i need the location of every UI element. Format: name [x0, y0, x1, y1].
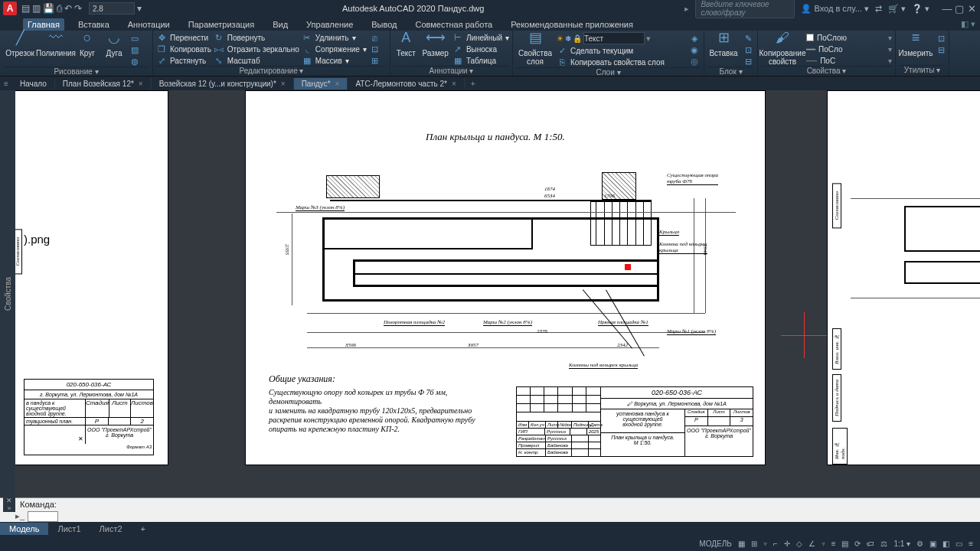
copy-button[interactable]: ❐Копировать [156, 44, 211, 54]
clean-icon[interactable]: ▭ [953, 540, 965, 548]
help-icon[interactable]: ❔ ▾ [912, 4, 929, 14]
modify-icon[interactable]: ⎚ [369, 34, 381, 43]
stretch-button[interactable]: ⤢Растянуть [156, 55, 211, 66]
panel-title-utils[interactable]: Утилиты ▾ [899, 65, 946, 76]
layer-icon[interactable]: ◎ [688, 57, 701, 67]
block-icon[interactable]: ⊟ [742, 57, 754, 67]
scale-icon[interactable]: ⚖ [878, 540, 890, 548]
gear-icon[interactable]: ⚙ [914, 540, 926, 548]
lwt-icon[interactable]: ≡ [829, 540, 838, 548]
anno-scale-select[interactable] [89, 2, 135, 15]
new-file-tab[interactable]: + [465, 80, 482, 88]
command-line[interactable]: ✕» Команда: ▸_ [0, 497, 980, 522]
properties-panel-collapsed[interactable]: Свойства [0, 90, 15, 497]
app-store-icon[interactable]: 🛒 ▾ [888, 4, 906, 14]
transp-icon[interactable]: ▤ [839, 540, 851, 548]
file-tab[interactable]: Возейская 12 (у...и конструкции)*× [152, 78, 294, 90]
close-tab-icon[interactable]: × [452, 80, 456, 88]
panel-title-block[interactable]: Блок ▾ [707, 67, 754, 77]
table-button[interactable]: ▦Таблица [452, 55, 509, 66]
saveas-icon[interactable]: ⎙ [57, 3, 62, 14]
command-input[interactable] [28, 511, 58, 522]
login-button[interactable]: 👤 Вход в слу... ▾ [801, 4, 868, 14]
mirror-button[interactable]: ▹◃Отразить зеркально [214, 44, 299, 54]
util-icon[interactable]: ⊡ [935, 34, 947, 44]
app-menu-button[interactable]: A [3, 2, 17, 15]
file-tab[interactable]: Начало [12, 78, 55, 90]
rotate-button[interactable]: ↻Повернуть [214, 32, 299, 43]
track-icon[interactable]: ∠ [806, 540, 818, 548]
array-button[interactable]: ▦Массив ▾ [302, 55, 367, 66]
leader-button[interactable]: ↗Выноска [452, 44, 509, 54]
tab-manage[interactable]: Управление [302, 18, 358, 31]
tab-featured[interactable]: Рекомендованные приложения [506, 18, 638, 31]
close-window-icon[interactable]: ✕ [966, 3, 977, 15]
panel-title-anno[interactable]: Аннотации ▾ [394, 66, 509, 76]
hatch-icon[interactable]: ▨ [129, 45, 141, 55]
insert-block-button[interactable]: ⊞Вставка [707, 32, 740, 57]
save-icon[interactable]: 💾 [43, 3, 54, 14]
new-icon[interactable]: ▤ [21, 3, 30, 14]
layerprops-button[interactable]: ▤Свойства слоя [516, 32, 554, 66]
close-tab-icon[interactable]: × [139, 80, 143, 88]
text-button[interactable]: AТекст [394, 32, 419, 57]
tab-collab[interactable]: Совместная работа [411, 18, 498, 31]
layout-tab[interactable]: Лист2 [90, 523, 132, 535]
util-icon[interactable]: ⊟ [935, 45, 947, 55]
snap-icon[interactable]: ⊞ [749, 540, 760, 548]
layer-icon[interactable]: ◈ [688, 34, 701, 44]
panel-title-layers[interactable]: Слои ▾ [516, 67, 701, 77]
tab-insert[interactable]: Вставка [74, 18, 114, 31]
tab-annotate[interactable]: Аннотации [123, 18, 175, 31]
close-tab-icon[interactable]: × [281, 80, 286, 88]
minimize-icon[interactable]: — [942, 3, 952, 15]
polar-icon[interactable]: ✛ [782, 540, 792, 548]
customize-icon[interactable]: ≡ [966, 540, 975, 548]
file-tab[interactable]: Пандус*× [294, 78, 348, 90]
move-button[interactable]: ✥Перенести [156, 32, 211, 43]
iso-icon[interactable]: ◧ [940, 540, 952, 548]
color-select[interactable]: ПоСлою ▾ [806, 32, 892, 43]
open-icon[interactable]: ▥ [32, 3, 41, 14]
model-tab[interactable]: Модель [0, 523, 48, 535]
redo-icon[interactable]: ↷ [74, 3, 82, 14]
extend-button[interactable]: ✂Удлинить ▾ [302, 32, 367, 43]
tab-parametric[interactable]: Параметризация [184, 18, 259, 31]
search-input[interactable]: Введите ключевое слово/фразу [695, 0, 795, 18]
fillet-button[interactable]: ◟Сопряжение ▾ [302, 44, 367, 54]
block-icon[interactable]: ⊡ [742, 45, 754, 55]
measure-button[interactable]: ≡Измерить [899, 32, 933, 57]
add-layout-tab[interactable]: + [132, 523, 155, 535]
ribbon-extra-icon[interactable]: ◧ [961, 19, 969, 29]
modify-icon[interactable]: ⊡ [369, 44, 381, 54]
maximize-icon[interactable]: ▢ [954, 3, 965, 15]
osnap-icon[interactable]: ◇ [794, 540, 805, 548]
file-tab[interactable]: АТС-Лермонтово часть 2*× [348, 78, 464, 90]
close-tab-icon[interactable]: × [335, 80, 340, 88]
line-button[interactable]: ╱Отрезок [3, 32, 37, 57]
grid-icon[interactable]: ▦ [736, 540, 747, 548]
cmdline-close-icon[interactable]: ✕» [3, 497, 15, 512]
file-tab[interactable]: План Возейская 12*× [55, 78, 152, 90]
copy-layerprops-button[interactable]: ⎘Копировать свойства слоя [557, 57, 686, 67]
rect-icon[interactable]: ▭ [129, 34, 141, 44]
cycle-icon[interactable]: ⟳ [852, 540, 863, 548]
drawing-canvas[interactable]: [-][Сверху][2D-каркас] — ▢ ✕ ).png 020-6… [15, 90, 980, 497]
tab-home[interactable]: Главная [23, 18, 64, 31]
circle-button[interactable]: ○Круг [75, 32, 100, 57]
scale-ratio[interactable]: 1:1 ▾ [891, 540, 913, 548]
tab-output[interactable]: Вывод [367, 18, 401, 31]
anno-icon[interactable]: 🏷 [864, 540, 877, 548]
maximize-vp-icon[interactable]: ▣ [927, 540, 939, 548]
ortho-icon[interactable]: ⌐ [771, 540, 780, 548]
panel-title-props[interactable]: Свойства ▾ [761, 66, 892, 76]
make-current-button[interactable]: ✓Сделать текущим [557, 45, 686, 56]
polyline-button[interactable]: 〰Полилиния [39, 32, 73, 57]
scale-button[interactable]: ⤡Масштаб [214, 55, 299, 66]
panel-title-modify[interactable]: Редактирование ▾ [156, 66, 387, 76]
tab-view[interactable]: Вид [268, 18, 292, 31]
ribbon-extra-icon[interactable]: ▾ [971, 19, 975, 29]
arc-button[interactable]: ◡Дуга [102, 32, 126, 57]
layer-select[interactable] [583, 32, 645, 44]
dim-button[interactable]: ⟷Размер [421, 32, 450, 57]
